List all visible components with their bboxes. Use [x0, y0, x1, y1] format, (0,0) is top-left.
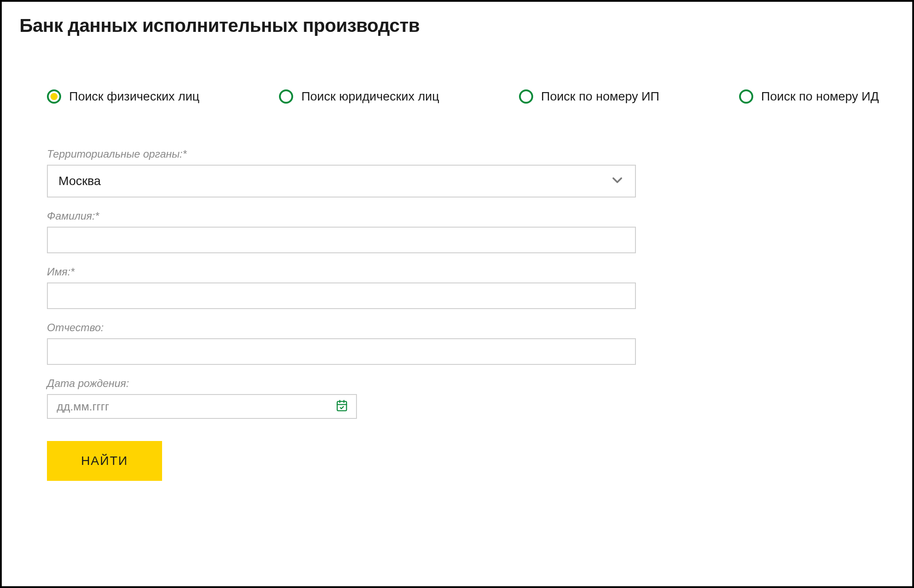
birthdate-input-wrapper: дд.мм.гггг [47, 394, 357, 419]
firstname-input[interactable] [47, 282, 636, 309]
surname-input[interactable] [47, 227, 636, 253]
territory-field-group: Территориальные органы:* Москва [47, 148, 636, 197]
territory-select[interactable]: Москва [47, 165, 636, 197]
surname-field-group: Фамилия:* [47, 210, 636, 253]
radio-label: Поиск по номеру ИД [761, 89, 879, 104]
birthdate-field-group: Дата рождения: дд.мм.гггг [47, 377, 636, 419]
firstname-label: Имя:* [47, 266, 636, 278]
birthdate-input[interactable]: дд.мм.гггг [47, 394, 357, 419]
radio-label: Поиск по номеру ИП [541, 89, 659, 104]
territory-select-wrapper: Москва [47, 165, 636, 197]
radio-label: Поиск юридических лиц [301, 89, 439, 104]
radio-icon [519, 89, 533, 104]
radio-id-number[interactable]: Поиск по номеру ИД [739, 89, 879, 104]
firstname-field-group: Имя:* [47, 266, 636, 309]
search-button[interactable]: НАЙТИ [47, 441, 162, 481]
radio-icon [279, 89, 293, 104]
radio-legal[interactable]: Поиск юридических лиц [279, 89, 439, 104]
form-area: Территориальные органы:* Москва Фамилия:… [47, 148, 636, 481]
patronymic-field-group: Отчество: [47, 321, 636, 365]
territory-label: Территориальные органы:* [47, 148, 636, 160]
radio-icon [739, 89, 753, 104]
patronymic-label: Отчество: [47, 321, 636, 334]
radio-icon [47, 89, 61, 104]
page-container: Банк данных исполнительных производств П… [0, 0, 914, 588]
birthdate-label: Дата рождения: [47, 377, 636, 390]
search-type-radio-group: Поиск физических лиц Поиск юридических л… [47, 89, 895, 104]
radio-label: Поиск физических лиц [69, 89, 199, 104]
patronymic-input[interactable] [47, 338, 636, 365]
radio-individuals[interactable]: Поиск физических лиц [47, 89, 199, 104]
radio-ip-number[interactable]: Поиск по номеру ИП [519, 89, 659, 104]
surname-label: Фамилия:* [47, 210, 636, 222]
page-title: Банк данных исполнительных производств [19, 15, 895, 36]
